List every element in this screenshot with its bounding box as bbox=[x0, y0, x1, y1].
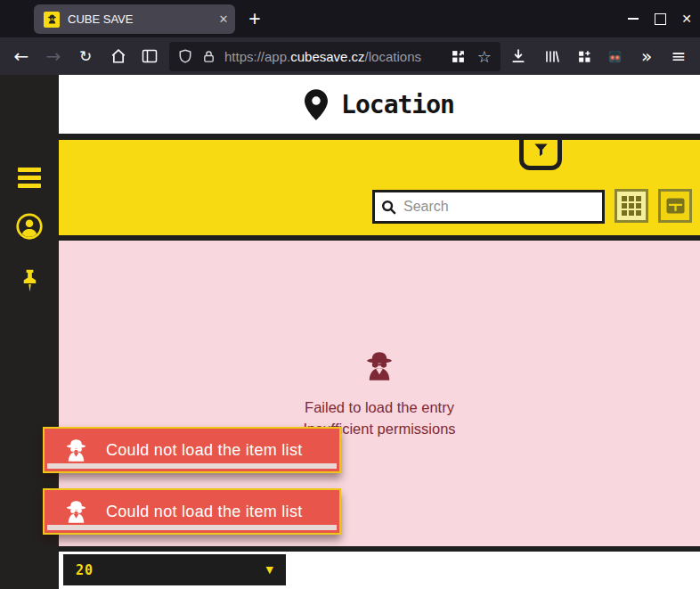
toast-message: Could not load the item list bbox=[106, 441, 303, 460]
error-line-1: Failed to load the entry bbox=[59, 397, 700, 418]
home-button[interactable] bbox=[104, 37, 133, 75]
favicon-spy-icon bbox=[44, 12, 60, 28]
extensions-icon[interactable] bbox=[570, 37, 598, 75]
url-domain: cubesave.cz bbox=[290, 49, 364, 64]
browser-window: CUBE SAVE ✕ + ✕ ← → ↻ bbox=[0, 0, 700, 589]
window-close-button[interactable]: ✕ bbox=[673, 0, 700, 37]
page-title: Location bbox=[341, 90, 454, 119]
items-per-page-select[interactable]: 20 ▼ bbox=[63, 554, 286, 585]
browser-tab[interactable]: CUBE SAVE ✕ bbox=[34, 4, 235, 34]
spy-extension-icon[interactable] bbox=[600, 37, 629, 75]
minimize-icon bbox=[628, 18, 639, 20]
url-bar[interactable]: https://app.cubesave.cz/locations ☆ bbox=[169, 42, 501, 71]
shield-icon bbox=[178, 49, 192, 63]
sidebar-menu-icon[interactable] bbox=[18, 168, 41, 192]
lock-icon bbox=[202, 50, 216, 63]
browser-toolbar: ← → ↻ https://app.cubesave.cz/locations bbox=[0, 37, 700, 75]
url-text: https://app.cubesave.cz/locations bbox=[224, 49, 421, 64]
reload-button[interactable]: ↻ bbox=[71, 37, 100, 75]
forward-button[interactable]: → bbox=[39, 37, 68, 75]
tab-close-icon[interactable]: ✕ bbox=[212, 12, 235, 26]
spy-toast-icon bbox=[62, 498, 90, 526]
header-divider bbox=[59, 134, 700, 140]
filter-button[interactable] bbox=[519, 134, 562, 170]
search-box bbox=[372, 190, 605, 224]
chevron-down-icon: ▼ bbox=[266, 564, 273, 576]
toast-progress-track bbox=[47, 525, 337, 530]
error-message-block: Failed to load the entry Insufficient pe… bbox=[59, 348, 700, 439]
location-pin-icon bbox=[305, 89, 328, 120]
spy-error-icon bbox=[362, 348, 397, 384]
grid-view-button[interactable] bbox=[615, 189, 648, 223]
table-view-icon bbox=[666, 198, 685, 214]
account-icon[interactable] bbox=[16, 213, 43, 240]
tab-bar: CUBE SAVE ✕ + ✕ bbox=[0, 0, 700, 37]
library-icon[interactable] bbox=[537, 37, 566, 75]
window-maximize-button[interactable] bbox=[647, 0, 673, 37]
search-icon bbox=[381, 200, 396, 215]
url-path: /locations bbox=[365, 49, 421, 64]
overflow-chevron-icon[interactable]: » bbox=[632, 37, 661, 75]
maximize-icon bbox=[655, 13, 666, 25]
screenshot-icon[interactable] bbox=[451, 49, 466, 64]
window-controls: ✕ bbox=[620, 0, 700, 37]
toast-progress-track bbox=[47, 463, 337, 469]
items-per-page-value: 20 bbox=[76, 562, 94, 578]
back-button[interactable]: ← bbox=[7, 37, 36, 75]
bookmark-star-icon[interactable]: ☆ bbox=[477, 47, 492, 66]
toast-message: Could not load the item list bbox=[106, 503, 303, 521]
page-header: Location bbox=[59, 75, 700, 134]
url-prefix: https://app. bbox=[224, 49, 290, 64]
app-menu-icon[interactable]: ≡ bbox=[664, 37, 693, 75]
window-minimize-button[interactable] bbox=[620, 0, 647, 37]
tab-title: CUBE SAVE bbox=[68, 12, 212, 26]
search-input[interactable] bbox=[402, 198, 596, 216]
toast-notification[interactable]: Could not load the item list bbox=[43, 427, 341, 473]
toast-notification[interactable]: Could not load the item list bbox=[43, 488, 341, 535]
pin-icon[interactable] bbox=[18, 268, 45, 295]
filter-icon bbox=[533, 142, 549, 159]
grid-view-icon bbox=[622, 196, 641, 216]
download-icon[interactable] bbox=[504, 37, 533, 75]
spy-toast-icon bbox=[62, 437, 90, 464]
new-tab-button[interactable]: + bbox=[241, 0, 268, 37]
table-view-button[interactable] bbox=[658, 189, 692, 223]
sidebar-toggle-icon[interactable] bbox=[135, 37, 164, 75]
